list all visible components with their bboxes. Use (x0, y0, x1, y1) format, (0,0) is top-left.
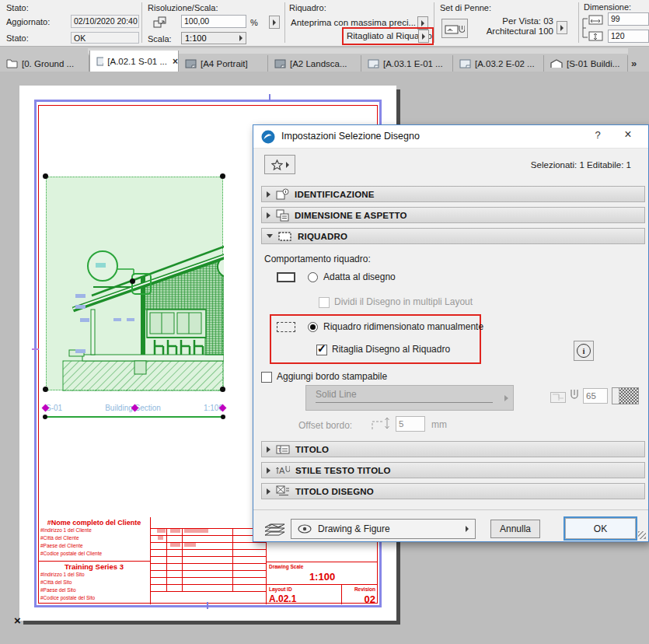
info-icon: i (577, 344, 591, 358)
element-filter-dropdown[interactable]: Drawing & Figure (291, 519, 476, 539)
linked-size-chain-icon[interactable] (580, 14, 606, 45)
archicad-window: Stato: Aggiornato: 02/10/2020 20:40 Stat… (0, 0, 649, 644)
title-handle[interactable] (221, 415, 225, 419)
floor-plan-tab-icon (6, 58, 18, 68)
layout-id-value: A.02.1 (267, 593, 341, 604)
frame-preview-mode[interactable]: Anteprima con massima preci... (291, 18, 416, 27)
section-identification[interactable]: IDENTIFICAZIONE (261, 186, 645, 202)
tab-layout-a021[interactable]: [A.02.1 S-01 ... × (89, 51, 179, 72)
selection-handle[interactable] (220, 173, 225, 179)
selection-handle[interactable] (43, 387, 48, 392)
footer-divider (253, 509, 648, 510)
chevron-right-icon (239, 35, 243, 41)
border-offset-input[interactable]: 5 (396, 416, 425, 432)
tab-ground-floor[interactable]: [0. Ground ... (0, 55, 89, 72)
layout-tab-icon (368, 59, 379, 68)
percent-unit: % (250, 18, 258, 27)
printable-border-checkbox[interactable] (261, 372, 272, 383)
selected-drawing-frame[interactable] (46, 177, 223, 390)
section-frame[interactable]: RIQUADRO (261, 228, 645, 244)
manual-resize-radio[interactable] (308, 322, 318, 332)
zoom-percent-input[interactable]: 100,00 (181, 15, 246, 28)
chevron-right-icon (267, 446, 270, 453)
info-box-toolbar: Stato: Aggiornato: 02/10/2020 20:40 Stat… (0, 0, 649, 47)
split-layouts-checkbox[interactable] (319, 297, 330, 308)
border-linetype-dropdown[interactable]: Solid Line (305, 385, 514, 411)
drawing-scale-value: 1:100 (267, 571, 378, 583)
master-layout-tab-icon (185, 59, 197, 68)
chevron-right-icon (267, 488, 270, 495)
frame-crop-flyout-button[interactable] (418, 30, 429, 43)
fit-to-drawing-radio[interactable] (308, 272, 318, 282)
selection-handle[interactable] (220, 387, 225, 392)
selection-handle[interactable] (43, 173, 48, 179)
cancel-button[interactable]: Annulla (490, 520, 540, 538)
dialog-title: Impostazioni Selezione Disegno (281, 131, 420, 142)
margin-center-tick (32, 348, 39, 350)
tab-overflow-button[interactable]: » (631, 58, 637, 69)
tab-master-a4[interactable]: [A4 Portrait] (179, 55, 268, 72)
archicad-logo-icon (261, 130, 275, 146)
identification-icon (276, 188, 289, 201)
dialog-titlebar[interactable]: Impostazioni Selezione Disegno ? × (253, 125, 648, 149)
client-name: #Nome completo del Cliente (38, 519, 150, 527)
chevron-right-icon (466, 526, 469, 532)
layers-icon[interactable] (263, 519, 288, 539)
offset-icon (370, 416, 392, 433)
selection-handle[interactable] (130, 278, 135, 284)
selection-count: Selezionati: 1 Editabile: 1 (531, 160, 631, 170)
favorites-star-icon (271, 159, 283, 170)
offset-unit-label: mm (431, 419, 447, 430)
client-cell: #Nome completo del Cliente #Indirizzo 1 … (38, 517, 151, 562)
size-group-label: Dimensione: (584, 2, 631, 12)
info-button[interactable]: i (574, 341, 594, 361)
chevron-right-icon (267, 191, 270, 198)
resolution-group-label: Risoluzione/Scala: (148, 3, 218, 12)
border-pen-input[interactable]: 65 (583, 388, 608, 404)
layout-tab-icon (96, 57, 103, 66)
chevron-right-icon (267, 467, 270, 474)
chevron-down-icon (267, 234, 273, 238)
tab-section-s01[interactable]: [S-01 Buildi... (544, 55, 628, 72)
element-filter-value: Drawing & Figure (318, 523, 459, 534)
toolbar-divider (284, 2, 285, 43)
drawing-height-input[interactable]: 120 (608, 30, 649, 43)
crop-to-frame-label: Ritaglia Disegno al Riquadro (332, 344, 450, 355)
close-tab-icon[interactable]: × (173, 56, 178, 67)
section-size-appearance[interactable]: DIMENSIONE E ASPETTO (261, 207, 645, 223)
svg-text:T: T (277, 446, 281, 453)
help-button[interactable]: ? (588, 129, 608, 145)
fit-to-drawing-label: Adatta al disegno (323, 271, 396, 282)
frame-icon (278, 231, 292, 242)
section-title[interactable]: T TITOLO (261, 441, 645, 457)
section-title-text-style[interactable]: A STILE TESTO TITOLO (261, 462, 645, 478)
resize-resolution-icon[interactable] (153, 16, 167, 32)
resolution-flyout-button[interactable] (269, 16, 280, 29)
printable-border-label: Aggiungi bordo stampabile (277, 371, 387, 382)
size-appearance-icon (276, 209, 289, 222)
favorites-button[interactable] (264, 155, 295, 174)
pen-set-flyout-button[interactable] (557, 21, 567, 34)
master-layout-tab-icon (274, 59, 286, 68)
chevron-right-icon (504, 395, 508, 401)
manual-resize-label: Riquadro ridimensionato manualmente (323, 321, 483, 332)
ok-button[interactable]: OK (565, 518, 636, 539)
tab-master-a2[interactable]: [A2 Landsca... (268, 55, 361, 72)
tab-layout-a032[interactable]: [A.03.2 E-02 ... (453, 55, 544, 72)
tab-layout-a031[interactable]: [A.03.1 E-01 ... (361, 55, 453, 72)
drawing-width-input[interactable]: 99 (608, 12, 649, 26)
title-handle[interactable] (43, 415, 47, 419)
close-dialog-button[interactable]: × (617, 128, 639, 145)
scale-value: 1:100 (185, 33, 207, 43)
section-drawing-title[interactable]: TITOLO DISEGNO (261, 483, 645, 499)
border-pattern-button[interactable] (612, 387, 639, 404)
pen-set-button[interactable] (441, 19, 468, 38)
dialog-resize-grip[interactable] (638, 531, 646, 539)
text-style-icon: A (276, 464, 290, 476)
crop-to-frame-checkbox[interactable] (316, 345, 327, 355)
scale-dropdown[interactable]: 1:100 (181, 32, 246, 44)
frame-preview-flyout-button[interactable] (417, 16, 428, 30)
pens-group-label: Set di Penne: (440, 3, 491, 12)
manual-frame-icon (277, 322, 295, 332)
section-tab-icon (550, 59, 563, 68)
